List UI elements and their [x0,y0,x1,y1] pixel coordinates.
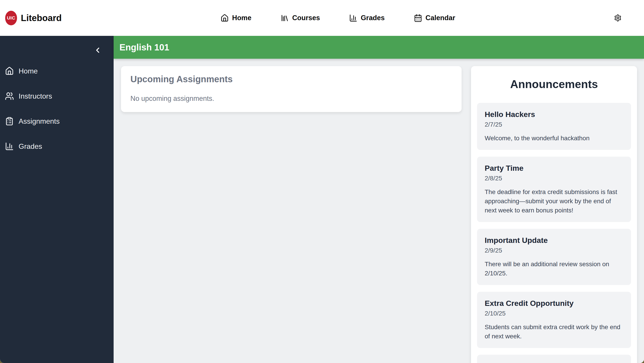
top-nav: Home Courses Grades Calendar [62,14,614,22]
app-window: UIC Liteboard Home Courses Gra [0,0,644,363]
library-icon [280,14,289,22]
sidebar-collapse-button[interactable] [94,46,102,54]
chart-column-icon [5,142,14,151]
announcement-body: Welcome, to the wonderful hackathon [485,134,624,143]
announcement-date: 2/7/25 [485,121,624,128]
upcoming-assignments-empty-message: No upcoming assignments. [130,94,452,103]
sidebar-item-assignments[interactable]: Assignments [0,109,114,134]
announcements-heading: Announcements [477,78,631,91]
sidebar-nav: Home Instructors Assignments [0,58,114,159]
chevron-left-icon [94,46,102,54]
top-nav-courses[interactable]: Courses [279,14,321,22]
announcement-card: Party Time 2/8/25 The deadline for extra… [477,157,631,222]
brand: UIC Liteboard [5,11,62,25]
house-icon [220,14,229,22]
body-row: Home Instructors Assignments [0,36,644,363]
sidebar-item-instructors-label: Instructors [18,92,52,100]
announcement-title: Extra Credit Opportunity [485,299,624,308]
announcement-body: There will be an additional review sessi… [485,260,624,278]
announcement-card-partial [477,355,631,363]
sidebar-item-grades-label: Grades [18,142,42,150]
announcement-date: 2/10/25 [485,310,624,317]
announcement-date: 2/9/25 [485,247,624,254]
sidebar-collapse-row [0,44,114,56]
announcement-card: Important Update 2/9/25 There will be an… [477,229,631,285]
top-nav-home-label: Home [232,14,252,22]
announcement-title: Party Time [485,164,624,172]
calendar-icon [414,14,422,22]
top-header: UIC Liteboard Home Courses Gra [0,0,644,36]
sidebar-item-home-label: Home [18,67,38,75]
announcement-body: The deadline for extra credit submission… [485,187,624,215]
announcement-date: 2/8/25 [485,175,624,182]
house-icon [5,66,14,76]
main-area: English 101 Upcoming Assignments No upco… [114,36,644,363]
uic-logo: UIC [5,11,17,25]
top-nav-calendar[interactable]: Calendar [412,14,457,22]
announcement-title: Important Update [485,236,624,245]
announcement-card: Hello Hackers 2/7/25 Welcome, to the won… [477,103,631,150]
course-banner: English 101 [114,36,644,59]
settings-button[interactable] [614,14,622,22]
announcement-title: Hello Hackers [485,110,624,119]
top-nav-grades[interactable]: Grades [348,14,386,22]
sidebar-item-home[interactable]: Home [0,58,114,84]
clipboard-list-icon [5,117,14,126]
top-nav-calendar-label: Calendar [426,14,455,22]
chart-column-icon [349,14,358,22]
users-icon [5,92,14,100]
upcoming-assignments-title: Upcoming Assignments [130,74,452,84]
sidebar: Home Instructors Assignments [0,36,114,363]
course-banner-title: English 101 [120,42,169,52]
sidebar-item-assignments-label: Assignments [18,117,60,126]
sidebar-item-instructors[interactable]: Instructors [0,84,114,109]
content: Upcoming Assignments No upcoming assignm… [114,59,644,363]
app-name: Liteboard [21,13,62,23]
top-nav-home[interactable]: Home [219,14,253,22]
uic-logo-text: UIC [7,15,16,20]
top-nav-grades-label: Grades [361,14,385,22]
sidebar-item-grades[interactable]: Grades [0,134,114,159]
gear-icon [614,14,622,22]
top-nav-courses-label: Courses [292,14,320,22]
announcements-panel: Announcements Hello Hackers 2/7/25 Welco… [471,66,637,363]
announcement-body: Students can submit extra credit work by… [485,322,624,341]
announcement-card: Extra Credit Opportunity 2/10/25 Student… [477,292,631,348]
upcoming-assignments-card: Upcoming Assignments No upcoming assignm… [121,66,462,112]
